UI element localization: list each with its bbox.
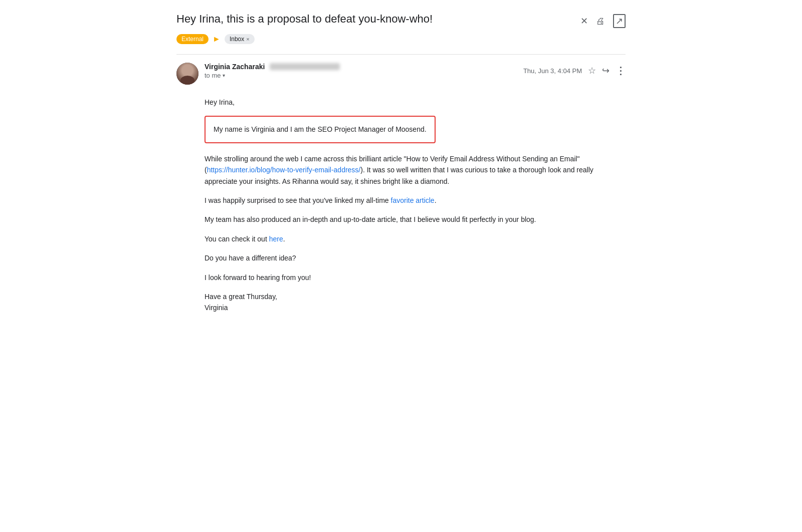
sender-right: Thu, Jun 3, 4:04 PM ☆ ↩ ⋮	[523, 63, 626, 77]
paragraph-2: I was happily surprised to see that you'…	[205, 195, 616, 206]
sender-to-chevron[interactable]: ▾	[223, 73, 225, 78]
email-header: Hey Irina, this is a proposal to defeat …	[176, 12, 626, 28]
star-icon[interactable]: ☆	[588, 65, 596, 76]
paragraph-6: I look forward to hearing from you!	[205, 272, 616, 283]
sender-left: Virginia Zacharaki to me ▾	[176, 63, 340, 85]
sender-to[interactable]: to me ▾	[205, 72, 340, 79]
paragraph-5: Do you have a different idea?	[205, 252, 616, 263]
sign-off: Have a great Thursday,	[205, 291, 626, 302]
email-body: Hey Irina, My name is Virginia and I am …	[176, 97, 626, 314]
paragraph-4-before: You can check it out	[205, 235, 269, 243]
print-icon[interactable]: 🖨	[596, 16, 605, 27]
paragraph-2-after: .	[435, 196, 437, 204]
sender-name-row: Virginia Zacharaki	[205, 63, 340, 71]
signature-name: Virginia	[205, 302, 626, 313]
sender-to-label: to me	[205, 72, 221, 79]
email-subject: Hey Irina, this is a proposal to defeat …	[176, 12, 580, 27]
paragraph-1: While strolling around the web I came ac…	[205, 153, 616, 187]
header-divider	[176, 54, 626, 55]
greeting: Hey Irina,	[205, 97, 626, 108]
tags-row: External ► Inbox ×	[176, 34, 626, 44]
close-icon[interactable]: ✕	[580, 16, 588, 27]
external-link-icon[interactable]: ↗	[613, 14, 626, 28]
sender-email-blurred	[270, 63, 340, 70]
paragraph-2-before: I was happily surprised to see that you'…	[205, 196, 391, 204]
inbox-tag[interactable]: Inbox ×	[225, 34, 255, 44]
inbox-label: Inbox	[230, 36, 244, 43]
paragraph-4-after: .	[283, 235, 285, 243]
highlighted-text: My name is Virginia and I am the SEO Pro…	[214, 125, 427, 133]
reply-icon[interactable]: ↩	[602, 65, 610, 76]
sender-row: Virginia Zacharaki to me ▾ Thu, Jun 3, 4…	[176, 63, 626, 85]
header-actions: ✕ 🖨 ↗	[580, 12, 626, 28]
email-signature: Have a great Thursday, Virginia	[205, 291, 626, 314]
more-options-icon[interactable]: ⋮	[616, 65, 626, 77]
sender-name: Virginia Zacharaki	[205, 63, 265, 71]
sender-info: Virginia Zacharaki to me ▾	[205, 63, 340, 79]
highlighted-intro-box: My name is Virginia and I am the SEO Pro…	[205, 116, 436, 143]
paragraph-3: My team has also produced an in-depth an…	[205, 214, 616, 225]
here-link[interactable]: here	[269, 235, 283, 243]
avatar-image	[176, 63, 198, 85]
avatar	[176, 63, 198, 85]
email-container: Hey Irina, this is a proposal to defeat …	[160, 0, 642, 326]
article-link[interactable]: https://hunter.io/blog/how-to-verify-ema…	[207, 166, 361, 174]
inbox-tag-close[interactable]: ×	[246, 36, 249, 42]
arrow-icon: ►	[213, 35, 221, 44]
favorite-article-link[interactable]: favorite article	[391, 196, 435, 204]
external-tag: External	[176, 34, 209, 44]
email-date: Thu, Jun 3, 4:04 PM	[523, 67, 582, 75]
paragraph-4: You can check it out here.	[205, 233, 616, 244]
